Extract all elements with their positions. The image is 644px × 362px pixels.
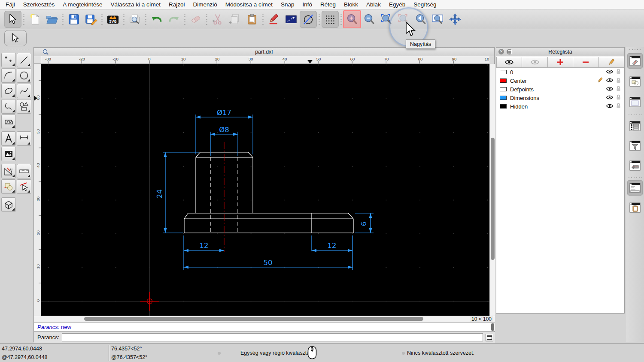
solid-3d-tool[interactable]: [1, 197, 16, 212]
menu-dimension[interactable]: Dimenzió: [193, 1, 217, 8]
image-tool[interactable]: [1, 147, 16, 161]
layer-color-swatch[interactable]: [500, 70, 507, 74]
part-outline[interactable]: [184, 152, 353, 233]
cut-button[interactable]: [209, 11, 226, 28]
menu-info[interactable]: Infó: [303, 1, 313, 8]
command-input[interactable]: [62, 333, 483, 341]
layer-lock-icon[interactable]: [616, 86, 621, 91]
circle-tool[interactable]: [17, 68, 31, 83]
undo-button[interactable]: [148, 11, 165, 28]
menu-window[interactable]: Ablak: [366, 1, 381, 8]
menu-snap[interactable]: Snap: [281, 1, 295, 8]
zoom-in-button[interactable]: [343, 11, 361, 28]
select-entity-tool[interactable]: [17, 179, 31, 194]
hide-all-layers-button[interactable]: [522, 57, 547, 68]
toggle-property-list-button[interactable]: [627, 118, 643, 134]
layer-row-center[interactable]: Center: [496, 76, 624, 85]
show-all-layers-button[interactable]: [496, 57, 522, 68]
layer-visible-icon[interactable]: [606, 95, 613, 100]
menu-block[interactable]: Blokk: [344, 1, 358, 8]
layer-color-swatch[interactable]: [500, 78, 507, 83]
menu-select[interactable]: Válassza ki a címet: [111, 1, 161, 8]
menu-file[interactable]: Fájl: [6, 1, 15, 8]
history-scrollbar-thumb[interactable]: [491, 323, 494, 331]
menu-modify[interactable]: Módosítsa a címet: [225, 1, 273, 8]
drawing-canvas[interactable]: Ø17 Ø8 24 6 12 12 50: [41, 64, 489, 316]
panel-close-icon[interactable]: ✕: [498, 49, 504, 54]
layer-lock-icon[interactable]: [616, 103, 621, 109]
palette-drag-handle[interactable]: [3, 48, 30, 50]
toggle-command-line-button[interactable]: [627, 180, 643, 196]
toggle-clipboard-button[interactable]: [627, 200, 643, 215]
edit-layer-button[interactable]: [599, 57, 624, 68]
redo-button[interactable]: [165, 11, 182, 28]
zoom-previous-button[interactable]: [412, 11, 429, 28]
circle-slash-button[interactable]: [300, 11, 317, 28]
layer-color-swatch[interactable]: [500, 96, 507, 100]
ruler-tool[interactable]: [17, 164, 31, 178]
open-file-button[interactable]: [43, 11, 61, 28]
layer-row-hidden[interactable]: Hidden: [496, 102, 624, 111]
draw-pencil-button[interactable]: [265, 11, 283, 28]
line-edit-button[interactable]: [283, 11, 300, 28]
layer-lock-icon[interactable]: [616, 78, 621, 83]
toggle-pattern-viewer-button[interactable]: [627, 158, 643, 173]
polyline-tool[interactable]: [1, 99, 16, 114]
layer-lock-icon[interactable]: [616, 69, 621, 74]
dimension-entities[interactable]: Ø17 Ø8 24 6 12 12 50: [155, 109, 374, 270]
history-scrollbar[interactable]: [491, 323, 495, 331]
spline-tool[interactable]: [17, 84, 31, 98]
grid-toggle-button[interactable]: [322, 11, 339, 28]
menu-help[interactable]: Segítség: [413, 1, 436, 8]
layer-color-swatch[interactable]: [500, 87, 507, 91]
menu-misc[interactable]: Egyéb: [389, 1, 405, 8]
points-tool[interactable]: [1, 53, 16, 67]
hatch-tool[interactable]: [1, 115, 16, 129]
save-as-button[interactable]: [82, 11, 100, 28]
layer-row-dimensions[interactable]: Dimensions: [496, 94, 624, 102]
zoom-selection-button[interactable]: [395, 11, 412, 28]
text-tool[interactable]: [1, 131, 16, 146]
save-button[interactable]: [65, 11, 82, 28]
toggle-block-list-button[interactable]: [627, 74, 643, 89]
drawing-window-titlebar[interactable]: part.dxf: [34, 48, 494, 56]
print-preview-button[interactable]: [126, 11, 143, 28]
layer-visible-icon[interactable]: [606, 69, 613, 74]
layer-visible-icon[interactable]: [606, 103, 613, 109]
pan-button[interactable]: [447, 11, 464, 28]
current-tool-button[interactable]: [4, 30, 27, 46]
dock-bar-handle[interactable]: [629, 49, 641, 51]
command-options-button[interactable]: [486, 334, 493, 341]
modify-tool[interactable]: [1, 179, 16, 194]
zoom-window-button[interactable]: [429, 11, 447, 28]
svg-export-button[interactable]: SVG: [104, 11, 122, 28]
copy-button[interactable]: [226, 11, 243, 28]
layer-row-defpoints[interactable]: Defpoints: [496, 85, 624, 94]
vscroll-thumb[interactable]: [491, 138, 495, 260]
menu-view[interactable]: A megtekintése: [63, 1, 102, 8]
layer-lock-icon[interactable]: [616, 94, 621, 100]
dimension-tool[interactable]: [17, 131, 31, 146]
toggle-selection-filter-button[interactable]: [627, 138, 643, 154]
layer-visible-icon[interactable]: [606, 86, 613, 91]
shapes-tool[interactable]: [17, 99, 31, 114]
ellipse-tool[interactable]: [1, 84, 16, 98]
select-tool-button[interactable]: [4, 11, 21, 28]
horizontal-scrollbar[interactable]: [41, 316, 468, 322]
menu-edit[interactable]: Szerkesztés: [23, 1, 55, 8]
vertical-scrollbar[interactable]: [489, 64, 495, 316]
line-tool[interactable]: [17, 53, 31, 67]
zoom-auto-button[interactable]: [378, 11, 395, 28]
panel-float-icon[interactable]: [507, 49, 512, 54]
layer-row-0[interactable]: 0: [496, 68, 624, 76]
add-layer-button[interactable]: [548, 57, 573, 68]
remove-layer-button[interactable]: [573, 57, 598, 68]
toggle-layer-list-button[interactable]: [627, 53, 643, 69]
arc-tool[interactable]: [1, 68, 16, 83]
layer-color-swatch[interactable]: [500, 104, 507, 109]
cad-measure-tool[interactable]: [1, 164, 16, 178]
erase-button[interactable]: [187, 11, 204, 28]
layer-visible-icon[interactable]: [606, 78, 613, 83]
menu-draw[interactable]: Rajzol: [169, 1, 185, 8]
paste-button[interactable]: [243, 11, 261, 28]
